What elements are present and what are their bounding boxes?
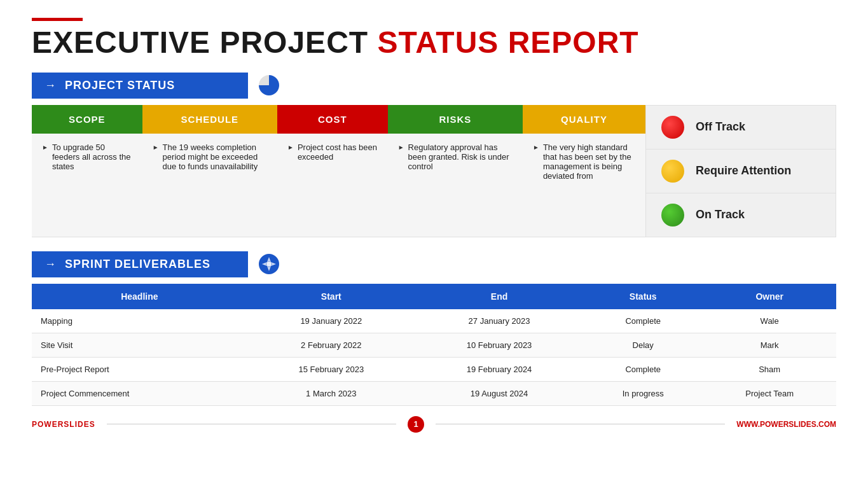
bullet-icon: ► [287, 144, 294, 151]
arrow-icon: → [45, 79, 56, 92]
cell-status: In progress [583, 381, 703, 405]
cell-cost: ► Project cost has been exceeded [277, 134, 388, 237]
sprint-deliverables-section: → SPRINT DELIVERABLES Headline Start [32, 251, 836, 406]
cell-owner: Project Team [703, 381, 836, 405]
page-number: 1 [408, 416, 424, 433]
cell-scope: ► To upgrade 50 feeders all across the s… [32, 134, 142, 237]
cell-status: Complete [583, 309, 703, 333]
risks-text: Regulatory approval has been granted. Ri… [408, 143, 513, 171]
off-track-label: Off Track [696, 120, 745, 134]
table-row: Project Commencement1 March 202319 Augus… [32, 381, 836, 405]
schedule-bullet: ► The 19 weeks completion period might b… [153, 143, 267, 171]
cell-quality: ► The very high standard that has been s… [523, 134, 645, 237]
badge-icon [257, 252, 281, 276]
cell-start: 2 February 2022 [247, 333, 415, 357]
cell-risks: ► Regulatory approval has been granted. … [388, 134, 523, 237]
footer-line-right [436, 424, 725, 424]
cell-end: 10 February 2023 [415, 333, 583, 357]
title-part2: STATUS REPORT [377, 25, 638, 59]
quality-text: The very high standard that has been set… [543, 143, 635, 181]
col-header-risks: RISKS [388, 105, 523, 134]
cell-owner: Sham [703, 357, 836, 381]
col-start: Start [247, 284, 415, 309]
red-accent-line [32, 18, 83, 21]
footer-line-left [107, 424, 396, 424]
bullet-icon: ► [533, 144, 539, 151]
project-status-section: → PROJECT STATUS SCOPE SCHEDULE COST RIS… [32, 73, 836, 237]
legend-require-attention: Require Attention [646, 150, 836, 193]
off-track-circle [661, 116, 684, 139]
cell-end: 19 February 2024 [415, 357, 583, 381]
cell-start: 1 March 2023 [247, 381, 415, 405]
col-headline: Headline [32, 284, 247, 309]
legend-box: Off Track Require Attention On Track [645, 105, 836, 237]
sprint-header: → SPRINT DELIVERABLES [32, 251, 248, 277]
sprint-label: SPRINT DELIVERABLES [65, 258, 210, 271]
brand-red: SLIDES [64, 420, 95, 429]
cost-text: Project cost has been exceeded [298, 143, 378, 162]
cell-start: 15 February 2023 [247, 357, 415, 381]
cell-owner: Mark [703, 333, 836, 357]
arrow-icon: → [45, 258, 56, 271]
cell-headline: Site Visit [32, 333, 247, 357]
deliverables-table: Headline Start End Status Owner Mapping1… [32, 284, 836, 406]
on-track-label: On Track [696, 208, 745, 221]
cell-schedule: ► The 19 weeks completion period might b… [142, 134, 277, 237]
brand-name: POWERSLIDES [32, 420, 95, 429]
risks-bullet: ► Regulatory approval has been granted. … [398, 143, 513, 171]
legend-on-track: On Track [646, 193, 836, 237]
col-status: Status [583, 284, 703, 309]
project-status-label: PROJECT STATUS [65, 79, 175, 92]
pie-chart-icon [257, 73, 281, 97]
quality-bullet: ► The very high standard that has been s… [533, 143, 635, 181]
require-attention-circle [661, 160, 684, 183]
scope-bullet: ► To upgrade 50 feeders all across the s… [42, 143, 132, 171]
page: EXECUTIVE PROJECT STATUS REPORT → PROJEC… [0, 0, 868, 488]
cell-end: 27 January 2023 [415, 309, 583, 333]
cell-start: 19 January 2022 [247, 309, 415, 333]
col-header-quality: QUALITY [523, 105, 645, 134]
status-table: SCOPE SCHEDULE COST RISKS QUALITY ► To u… [32, 105, 645, 237]
table-row: Pre-Project Report15 February 202319 Feb… [32, 357, 836, 381]
footer: POWERSLIDES 1 WWW.POWERSLIDES.COM [32, 416, 836, 433]
project-status-header: → PROJECT STATUS [32, 73, 248, 99]
scope-text: To upgrade 50 feeders all across the sta… [52, 143, 132, 171]
cost-bullet: ► Project cost has been exceeded [287, 143, 378, 162]
require-attention-label: Require Attention [696, 164, 791, 178]
sprint-header-wrap: → SPRINT DELIVERABLES [32, 251, 836, 277]
bullet-icon: ► [153, 144, 159, 151]
on-track-circle [661, 204, 684, 227]
title-part1: EXECUTIVE PROJECT [32, 25, 377, 59]
table-row: Mapping19 January 202227 January 2023Com… [32, 309, 836, 333]
brand-black: POWER [32, 420, 64, 429]
col-owner: Owner [703, 284, 836, 309]
bullet-icon: ► [398, 144, 404, 151]
cell-status: Delay [583, 333, 703, 357]
svg-point-1 [266, 261, 272, 267]
page-title: EXECUTIVE PROJECT STATUS REPORT [32, 26, 836, 60]
footer-url: WWW.POWERSLIDES.COM [736, 420, 836, 429]
cell-headline: Project Commencement [32, 381, 247, 405]
col-header-scope: SCOPE [32, 105, 142, 134]
cell-headline: Pre-Project Report [32, 357, 247, 381]
bullet-icon: ► [42, 144, 48, 151]
cell-status: Complete [583, 357, 703, 381]
legend-off-track: Off Track [646, 106, 836, 150]
schedule-text: The 19 weeks completion period might be … [163, 143, 267, 171]
cell-owner: Wale [703, 309, 836, 333]
col-end: End [415, 284, 583, 309]
status-table-wrap: SCOPE SCHEDULE COST RISKS QUALITY ► To u… [32, 105, 836, 237]
table-row: Site Visit2 February 202210 February 202… [32, 333, 836, 357]
cell-headline: Mapping [32, 309, 247, 333]
col-header-schedule: SCHEDULE [142, 105, 277, 134]
col-header-cost: COST [277, 105, 388, 134]
cell-end: 19 August 2024 [415, 381, 583, 405]
project-status-header-wrap: → PROJECT STATUS [32, 73, 836, 99]
